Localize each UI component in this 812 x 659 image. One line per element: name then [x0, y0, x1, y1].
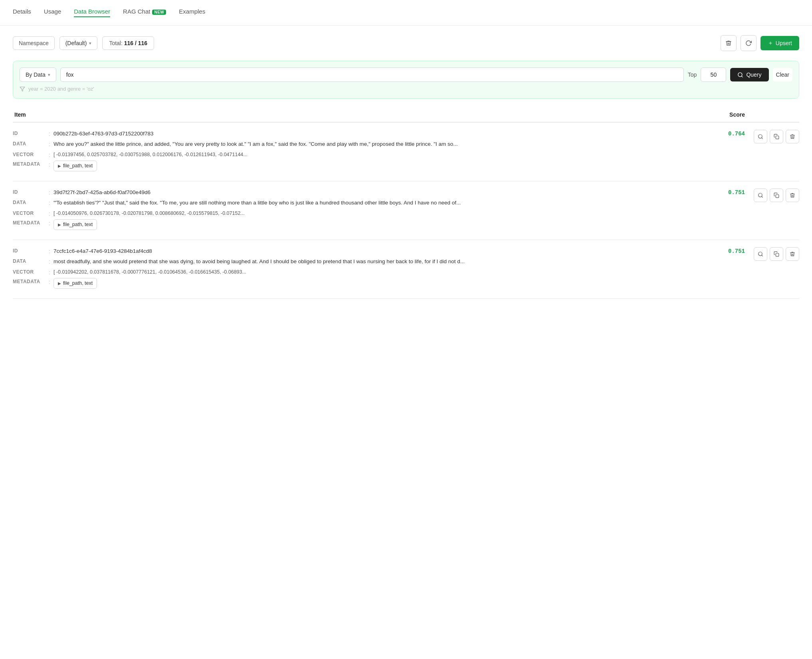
top-label: Top: [688, 71, 697, 78]
id-value: 090b272b-63ef-4763-97d3-d7152200f783: [53, 130, 695, 138]
search-record-button[interactable]: [754, 130, 767, 143]
record-score: 0.751: [695, 247, 751, 254]
upsert-button[interactable]: ＋ Upsert: [761, 36, 799, 50]
metadata-value: ▶ file_path, text: [53, 278, 695, 289]
svg-line-1: [742, 76, 743, 77]
table-row: ID : 090b272b-63ef-4763-97d3-d7152200f78…: [13, 123, 799, 181]
record-fields: ID : 090b272b-63ef-4763-97d3-d7152200f78…: [13, 130, 695, 174]
chevron-down-icon: ▾: [89, 41, 91, 46]
record-data-row: DATA : most dreadfully, and she would pr…: [13, 258, 695, 266]
copy-record-button[interactable]: [770, 130, 783, 143]
search-section: By Data ▾ Top Query Clear: [13, 61, 799, 99]
col-score-header: Score: [695, 111, 751, 118]
data-label: DATA: [13, 258, 49, 264]
svg-rect-11: [776, 253, 779, 256]
namespace-value: (Default): [65, 40, 87, 46]
new-badge: NEW: [152, 10, 166, 15]
id-label: ID: [13, 189, 49, 195]
record-main: ID : 7ccfc1c6-e4a7-47e6-9193-4284b1af4cd…: [13, 247, 799, 291]
nav-item-usage[interactable]: Usage: [44, 8, 61, 17]
refresh-button[interactable]: [741, 35, 757, 51]
svg-line-7: [762, 197, 763, 198]
filter-input[interactable]: [28, 86, 792, 92]
vector-value: [ -0.014050976, 0.026730178, -0.02078179…: [53, 210, 695, 217]
nav-item-data-browser[interactable]: Data Browser: [74, 8, 110, 17]
clear-button[interactable]: Clear: [773, 68, 792, 81]
id-label: ID: [13, 130, 49, 136]
record-fields: ID : 39d7f27f-2bd7-425a-ab6d-f0af700e49d…: [13, 189, 695, 232]
record-metadata-row: METADATA : ▶ file_path, text: [13, 278, 695, 289]
record-id-row: ID : 39d7f27f-2bd7-425a-ab6d-f0af700e49d…: [13, 189, 695, 197]
by-data-select[interactable]: By Data ▾: [20, 67, 56, 82]
search-record-button[interactable]: [754, 247, 767, 261]
nav-item-examples[interactable]: Examples: [179, 8, 205, 17]
vector-value: [ -0.01397456, 0.025703782, -0.030751988…: [53, 151, 695, 159]
record-data-row: DATA : "'To establish ties'?" "Just that…: [13, 199, 695, 207]
record-score: 0.764: [695, 130, 751, 137]
metadata-value: ▶ file_path, text: [53, 219, 695, 230]
total-count-label: Total: 116 / 116: [102, 36, 154, 50]
expand-icon: ▶: [58, 222, 61, 228]
delete-record-button[interactable]: [786, 247, 799, 261]
svg-rect-5: [776, 136, 779, 139]
record-metadata-row: METADATA : ▶ file_path, text: [13, 161, 695, 171]
data-value: Who are you?" asked the little prince, a…: [53, 140, 695, 148]
record-actions: [751, 130, 799, 143]
data-label: DATA: [13, 199, 49, 205]
metadata-value: ▶ file_path, text: [53, 161, 695, 171]
nav-item-details[interactable]: Details: [13, 8, 31, 17]
chevron-down-icon: ▾: [48, 72, 50, 77]
metadata-fields: file_path, text: [63, 280, 93, 287]
nav-item-rag-chat[interactable]: RAG ChatNEW: [123, 8, 166, 17]
record-fields: ID : 7ccfc1c6-e4a7-47e6-9193-4284b1af4cd…: [13, 247, 695, 291]
filter-row: [20, 86, 792, 92]
main-content: Namespace (Default) ▾ Total: 116 / 116: [0, 26, 812, 308]
delete-button[interactable]: [721, 35, 737, 51]
record-metadata-row: METADATA : ▶ file_path, text: [13, 219, 695, 230]
upsert-label: Upsert: [776, 40, 792, 46]
data-label: DATA: [13, 140, 49, 147]
svg-line-10: [762, 255, 763, 256]
top-input[interactable]: [701, 67, 726, 82]
top-navigation: DetailsUsageData BrowserRAG ChatNEWExamp…: [0, 0, 812, 26]
delete-record-button[interactable]: [786, 189, 799, 202]
record-id-row: ID : 090b272b-63ef-4763-97d3-d7152200f78…: [13, 130, 695, 138]
metadata-tag[interactable]: ▶ file_path, text: [53, 161, 97, 171]
delete-record-button[interactable]: [786, 130, 799, 143]
records-container: ID : 090b272b-63ef-4763-97d3-d7152200f78…: [13, 123, 799, 299]
namespace-label: Namespace: [13, 36, 55, 50]
copy-record-button[interactable]: [770, 247, 783, 261]
expand-icon: ▶: [58, 163, 61, 169]
record-actions: [751, 189, 799, 202]
svg-line-4: [762, 138, 763, 139]
record-vector-row: VECTOR : [ -0.010942202, 0.037811678, -0…: [13, 268, 695, 276]
metadata-tag[interactable]: ▶ file_path, text: [53, 278, 97, 289]
toolbar-left: Namespace (Default) ▾ Total: 116 / 116: [13, 36, 154, 50]
query-button-label: Query: [746, 71, 761, 78]
id-label: ID: [13, 247, 49, 254]
metadata-fields: file_path, text: [63, 221, 93, 228]
vector-label: VECTOR: [13, 268, 49, 275]
data-value: "'To establish ties'?" "Just that," said…: [53, 199, 695, 207]
query-button[interactable]: Query: [730, 68, 768, 81]
record-vector-row: VECTOR : [ -0.01397456, 0.025703782, -0.…: [13, 151, 695, 159]
svg-marker-2: [20, 87, 25, 91]
record-data-row: DATA : Who are you?" asked the little pr…: [13, 140, 695, 148]
metadata-label: METADATA: [13, 161, 49, 167]
copy-record-button[interactable]: [770, 189, 783, 202]
table-header: Item Score: [13, 108, 799, 123]
id-value: 7ccfc1c6-e4a7-47e6-9193-4284b1af4cd8: [53, 247, 695, 255]
record-vector-row: VECTOR : [ -0.014050976, 0.026730178, -0…: [13, 210, 695, 217]
search-record-button[interactable]: [754, 189, 767, 202]
search-input[interactable]: [60, 67, 684, 82]
metadata-label: METADATA: [13, 219, 49, 226]
table-row: ID : 7ccfc1c6-e4a7-47e6-9193-4284b1af4cd…: [13, 240, 799, 299]
metadata-tag[interactable]: ▶ file_path, text: [53, 219, 97, 230]
vector-value: [ -0.010942202, 0.037811678, -0.00077761…: [53, 268, 695, 276]
namespace-select[interactable]: (Default) ▾: [59, 36, 98, 50]
plus-icon: ＋: [768, 40, 773, 47]
toolbar-row: Namespace (Default) ▾ Total: 116 / 116: [13, 35, 799, 51]
record-score: 0.751: [695, 189, 751, 196]
data-value: most dreadfully, and she would pretend t…: [53, 258, 695, 266]
svg-rect-8: [776, 195, 779, 198]
